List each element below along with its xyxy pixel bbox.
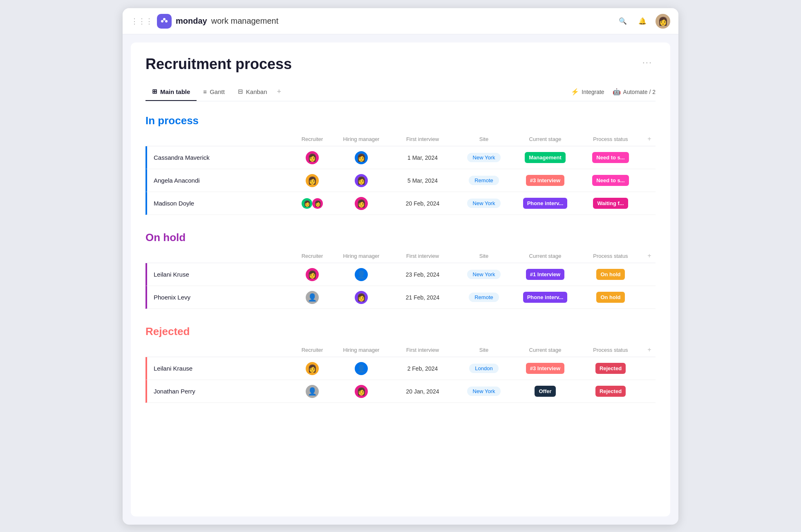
add-column-button-2[interactable]: + [643,252,656,259]
status-cell: Waiting f... [578,196,643,210]
user-avatar[interactable]: 👩 [656,14,670,29]
site-cell: New York [455,385,512,398]
date-cell: 2 Feb, 2024 [390,364,455,373]
automate-label: Automate / 2 [623,89,656,95]
stage-badge: Offer [535,386,555,397]
hiring-cell: 👩 [333,150,390,166]
tab-gantt[interactable]: ≡ Gantt [197,83,231,101]
recruiter-avatar: 👩 [306,362,319,375]
tab-kanban[interactable]: ⊟ Kanban [231,83,274,101]
more-options-button[interactable]: ··· [639,56,656,69]
status-cell: Need to s... [578,173,643,188]
candidate-name: Cassandra Maverick [147,152,292,163]
recruiter-cell: 👩 [292,172,333,189]
col-interview: First interview [390,136,455,142]
candidate-name: Leilani Krause [147,363,292,373]
candidate-name: Angela Anacondi [147,175,292,186]
brand-sub: work management [211,16,279,26]
integrate-label: Integrate [582,89,604,95]
tab-main-table[interactable]: ⊞ Main table [145,83,197,101]
page-header: Recruitment process ··· [145,56,656,73]
hiring-cell: 👩 [333,172,390,189]
col-recruiter: Recruiter [292,347,333,353]
svg-point-0 [161,20,163,22]
col-site: Site [455,253,512,259]
on-hold-columns: Recruiter Hiring manager First interview… [145,249,656,263]
col-status: Process status [578,253,643,259]
recruiter-avatar-1: 👩 [302,198,312,209]
candidate-name: Jonathan Perry [147,386,292,396]
candidate-name: Leilani Kruse [147,269,292,279]
hiring-avatar: 👩 [355,291,368,304]
automate-button[interactable]: 🤖 Automate / 2 [613,88,656,96]
in-process-columns: Recruiter Hiring manager First interview… [145,132,656,146]
hiring-avatar: 👤 [355,268,368,281]
table-row: Madison Doyle 👩 👩 👩 20 Feb, 2024 New Yor… [145,192,656,215]
status-badge: Waiting f... [593,198,628,209]
gantt-icon: ≡ [203,88,207,95]
hiring-avatar: 👤 [355,362,368,375]
col-interview: First interview [390,253,455,259]
row-add [643,367,656,370]
stage-badge: Phone interv... [523,198,568,209]
recruiter-avatar: 👤 [306,385,319,398]
status-cell: Need to s... [578,150,643,165]
recruiter-avatar-group: 👩 👩 [302,198,323,209]
stage-badge: #1 Interview [526,269,564,280]
group-rejected-title: Rejected [145,325,190,338]
table-row: Cassandra Maverick 👩 👩 1 Mar, 2024 New Y… [145,146,656,169]
col-hiring: Hiring manager [333,253,390,259]
site-cell: London [455,362,512,375]
integrate-button[interactable]: ⚡ Integrate [571,88,604,96]
date-cell: 20 Feb, 2024 [390,199,455,208]
hiring-cell: 👩 [333,383,390,400]
col-stage: Current stage [512,253,578,259]
status-badge: Rejected [595,386,626,397]
recruiter-cell: 👩 [292,150,333,166]
site-cell: New York [455,151,512,164]
recruiter-cell: 👤 [292,289,333,306]
status-badge: Need to s... [592,152,629,163]
col-hiring: Hiring manager [333,136,390,142]
group-in-process: In process Recruiter Hiring manager Firs… [145,114,656,215]
site-badge: New York [467,153,501,162]
recruiter-avatar: 👩 [306,151,319,164]
site-badge: London [469,364,498,373]
site-badge: New York [467,199,501,208]
add-column-button-3[interactable]: + [643,346,656,353]
row-add [643,179,656,182]
header: ⋮⋮⋮ monday work management 🔍 🔔 👩 [123,8,678,34]
search-icon[interactable]: 🔍 [616,15,629,28]
col-recruiter: Recruiter [292,253,333,259]
group-in-process-title: In process [145,114,199,127]
stage-badge: #3 Interview [526,363,564,374]
tab-main-table-label: Main table [160,88,190,95]
add-column-button-1[interactable]: + [643,135,656,143]
tab-actions: ⚡ Integrate 🤖 Automate / 2 [571,88,656,96]
site-badge: New York [467,270,501,279]
date-cell: 1 Mar, 2024 [390,153,455,163]
group-on-hold: On hold Recruiter Hiring manager First i… [145,231,656,309]
rejected-table: Recruiter Hiring manager First interview… [145,343,656,403]
hiring-avatar: 👩 [355,151,368,164]
status-cell: On hold [578,267,643,282]
col-stage: Current stage [512,347,578,353]
in-process-table: Recruiter Hiring manager First interview… [145,132,656,215]
col-status: Process status [578,347,643,353]
tab-add-button[interactable]: + [274,83,285,101]
row-add [643,156,656,159]
stage-cell: #3 Interview [512,173,578,188]
notification-icon[interactable]: 🔔 [636,15,649,28]
recruiter-cell: 👩 [292,360,333,377]
grid-icon[interactable]: ⋮⋮⋮ [131,17,153,26]
site-cell: New York [455,197,512,210]
col-recruiter: Recruiter [292,136,333,142]
tabs-bar: ⊞ Main table ≡ Gantt ⊟ Kanban + ⚡ Integr… [145,83,656,101]
status-cell: On hold [578,290,643,304]
recruiter-avatar-2: 👩 [312,198,323,209]
group-in-process-header: In process [145,114,656,127]
kanban-icon: ⊟ [238,88,243,95]
recruiter-cell: 👤 [292,383,333,400]
table-row: Angela Anacondi 👩 👩 5 Mar, 2024 Remote #… [145,169,656,192]
status-badge: Need to s... [592,175,629,186]
